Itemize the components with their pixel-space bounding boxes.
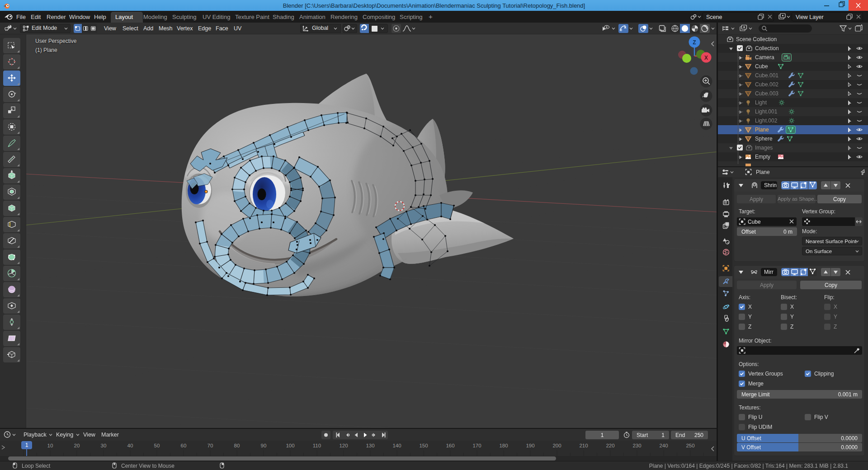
- svg-text:Z: Z: [693, 39, 696, 46]
- svg-text:X: X: [704, 55, 708, 61]
